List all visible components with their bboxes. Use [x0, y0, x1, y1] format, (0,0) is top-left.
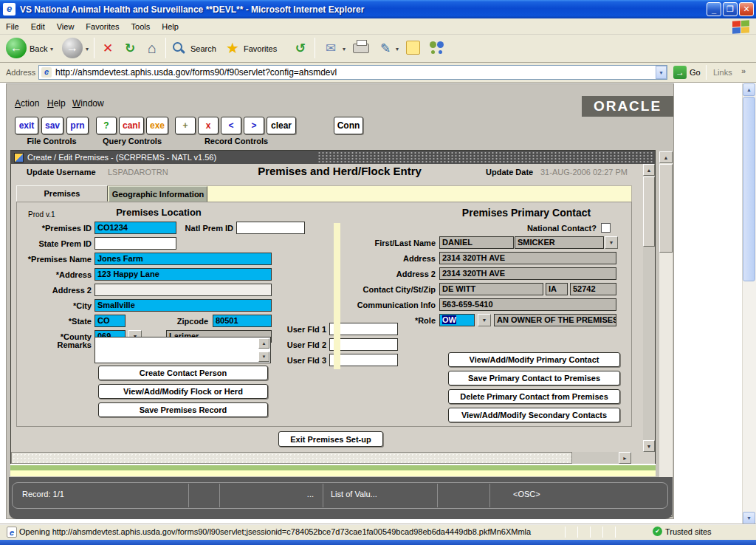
scroll-right-icon[interactable]: ►	[619, 452, 631, 464]
enter-query-button[interactable]: ?	[96, 117, 117, 134]
address-input[interactable]: e http://ahsmdevtest.aphis.usda.gov/form…	[38, 65, 667, 80]
page-scroll-up-icon[interactable]: ▲	[743, 83, 755, 96]
menu-view[interactable]: View	[51, 22, 80, 31]
state-field[interactable]: CO	[94, 315, 126, 327]
address-url[interactable]: http://ahsmdevtest.aphis.usda.gov/forms9…	[55, 67, 337, 78]
remarks-scroll-up-icon[interactable]: ▲	[258, 338, 269, 349]
premises-location-heading: Premises Location	[89, 207, 229, 218]
tab-geographic-information[interactable]: Geographic Information	[109, 186, 207, 202]
forward-dropdown-icon[interactable]: ▾	[86, 46, 89, 52]
go-icon[interactable]: →	[673, 66, 687, 79]
links-chevron-icon[interactable]: »	[741, 66, 746, 75]
home-icon[interactable]: ⌂	[143, 39, 161, 57]
premises-id-field[interactable]: CO1234	[94, 222, 176, 234]
stop-icon[interactable]: ✕	[99, 39, 117, 57]
exit-button[interactable]: exit	[15, 117, 38, 134]
name-dropdown-icon[interactable]: ▼	[605, 236, 618, 249]
messenger-icon[interactable]	[428, 41, 446, 55]
history-icon[interactable]: ↺	[292, 39, 309, 57]
close-button[interactable]: ✕	[739, 2, 754, 16]
restore-button[interactable]: ❐	[723, 2, 738, 16]
note-icon[interactable]	[406, 41, 420, 55]
horizontal-scrollbar-thumb[interactable]	[11, 452, 572, 464]
remarks-scroll-down-icon[interactable]: ▼	[258, 352, 269, 362]
minimize-button[interactable]: _	[707, 2, 721, 16]
refresh-icon[interactable]: ↻	[121, 39, 139, 57]
search-label[interactable]: Search	[190, 44, 216, 53]
list-of-values-text: List of Valu...	[331, 490, 377, 498]
previous-record-button[interactable]: <	[221, 117, 241, 134]
go-label[interactable]: Go	[690, 68, 701, 77]
role-code-field[interactable]: OW	[439, 314, 475, 326]
save-premises-record-button[interactable]: Save Premises Record	[98, 402, 268, 417]
status-separator	[323, 484, 323, 507]
contact-zip-field: 52742	[570, 283, 616, 295]
scroll-up-icon[interactable]: ▲	[643, 164, 655, 176]
premises-id-label: *Premises ID	[4, 224, 92, 233]
delete-record-button[interactable]: x	[198, 117, 219, 134]
scroll-down-icon[interactable]: ▼	[643, 440, 655, 452]
menu-help[interactable]: Help	[156, 22, 185, 31]
zipcode-field[interactable]: 80501	[213, 315, 272, 327]
state-prem-id-label: State Prem ID	[4, 239, 92, 248]
premises-name-field[interactable]: Jones Farm	[94, 253, 272, 265]
menu-tools[interactable]: Tools	[126, 22, 157, 31]
windows-flag-icon	[732, 20, 751, 35]
natl-prem-id-field[interactable]	[236, 222, 305, 234]
edit-icon[interactable]: ✎	[377, 39, 394, 57]
save-button[interactable]: sav	[41, 117, 63, 134]
favorites-label[interactable]: Favorites	[244, 44, 277, 53]
page-scroll-down-icon[interactable]: ▼	[743, 512, 755, 524]
applet-scrollbar-thumb[interactable]	[659, 164, 673, 253]
oracle-menu-window[interactable]: Window	[72, 98, 104, 109]
mail-icon[interactable]: ✉	[322, 39, 340, 57]
contact-city-field: DE WITT	[439, 283, 543, 295]
view-add-modify-secondary-contacts-button[interactable]: View/Add/Modify Secondary Contacts	[448, 408, 620, 422]
role-dropdown-icon[interactable]: ▼	[478, 314, 491, 326]
print-form-button[interactable]: prn	[66, 117, 89, 134]
back-icon[interactable]: ←	[6, 38, 27, 58]
print-icon[interactable]	[353, 44, 369, 53]
add-record-button[interactable]: +	[175, 117, 196, 134]
delete-primary-contact-button[interactable]: Delete Primary Contact from Premises	[448, 389, 620, 404]
forward-icon[interactable]: →	[62, 38, 83, 58]
save-primary-contact-button[interactable]: Save Primary Contact to Premises	[448, 371, 620, 385]
view-add-modify-primary-contact-button[interactable]: View/Add/Modify Primary Contact	[448, 352, 620, 367]
cancel-query-button[interactable]: canl	[119, 117, 144, 134]
oracle-menu-action[interactable]: Action	[15, 98, 39, 109]
exit-premises-setup-button[interactable]: Exit Premises Set-up	[278, 431, 383, 447]
city-field[interactable]: Smallville	[94, 299, 272, 312]
back-label[interactable]: Back	[30, 44, 47, 53]
address-field[interactable]: 123 Happy Lane	[94, 268, 272, 281]
national-contact-checkbox[interactable]	[601, 223, 611, 233]
tab-premises[interactable]: Premises	[16, 185, 108, 202]
applet-scroll-up-icon[interactable]: ▲	[659, 151, 673, 163]
role-description-field: AN OWNER OF THE PREMISES / AI	[494, 314, 616, 326]
conn-button[interactable]: Conn	[334, 117, 363, 134]
page-scrollbar-thumb[interactable]	[743, 97, 755, 281]
vertical-scrollbar-thumb[interactable]	[643, 176, 655, 247]
search-icon[interactable]	[173, 42, 182, 52]
create-contact-person-button[interactable]: Create Contact Person	[98, 366, 268, 380]
back-dropdown-icon[interactable]: ▾	[50, 46, 53, 52]
menu-edit[interactable]: Edit	[25, 22, 51, 31]
links-label[interactable]: Links	[713, 68, 732, 77]
remarks-field[interactable]	[94, 337, 271, 363]
update-date-label: Update Date	[486, 168, 533, 176]
menu-favorites[interactable]: Favorites	[80, 22, 125, 31]
next-record-button[interactable]: >	[244, 117, 264, 134]
oracle-menu-help[interactable]: Help	[47, 98, 66, 109]
edit-dropdown-icon[interactable]: ▾	[396, 46, 399, 52]
state-prem-id-field[interactable]	[94, 237, 176, 250]
execute-query-button[interactable]: exe	[146, 117, 168, 134]
view-add-modify-flock-herd-button[interactable]: View/Add/Modify Flock or Herd	[98, 384, 268, 399]
oracle-logo: ORACLE	[582, 96, 673, 117]
address-dropdown-icon[interactable]: ▼	[656, 66, 667, 79]
clear-button[interactable]: clear	[267, 117, 296, 134]
address2-field[interactable]	[94, 284, 272, 296]
menu-file[interactable]: File	[0, 22, 25, 31]
contact-city-st-zip-label: Contact City/St/Zip	[323, 285, 436, 294]
favorites-star-icon[interactable]: ★	[224, 39, 241, 57]
user-fld-1-label: User Fld 1	[279, 325, 326, 334]
mail-dropdown-icon[interactable]: ▾	[343, 46, 346, 52]
